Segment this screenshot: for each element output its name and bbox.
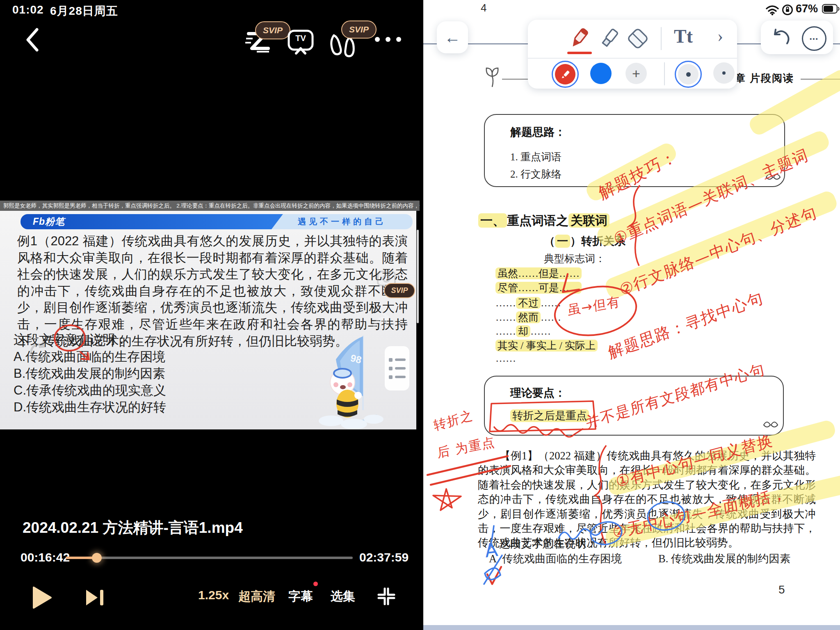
refresh-ghost-icon — [27, 340, 50, 363]
header-rule-left — [502, 79, 528, 80]
section-heading: 一、重点词语之关联词 — [478, 212, 609, 229]
color-red-selected-ring[interactable] — [552, 61, 579, 88]
markers-label: 典型标志词： — [544, 252, 605, 265]
toolbar-expand-icon[interactable]: › — [717, 26, 723, 46]
next-episode-button[interactable] — [84, 588, 106, 607]
box2-content: 转折之后是重点 — [510, 409, 589, 423]
example-prompt: 这段文字意在说明： — [499, 536, 597, 551]
box1-title: 解题思路： — [510, 125, 566, 139]
page-number-top: 4 — [481, 2, 486, 14]
tv-cast-icon[interactable]: TV — [287, 29, 314, 55]
more-options-icon[interactable]: ••• — [802, 26, 826, 51]
color-blue-dot[interactable] — [590, 63, 612, 84]
pen-tool-icon[interactable] — [566, 25, 592, 52]
fenbi-mascot: 98 — [314, 334, 384, 429]
list-row — [389, 375, 406, 379]
leaf-doodle-icon — [762, 419, 779, 430]
stroke-size-small[interactable] — [713, 62, 735, 84]
chapter-header: 章 片段阅读 — [735, 71, 794, 85]
heading-highlight: 一、 — [478, 213, 507, 228]
notes-back-button[interactable]: ← — [437, 21, 468, 53]
pencil-glyph-icon — [560, 69, 571, 80]
sub-pre: （ — [544, 235, 555, 247]
fenbi-banner-left: Fb粉笔 — [21, 214, 283, 229]
wifi-icon — [765, 5, 779, 16]
handwriting-blue-a: A — [484, 538, 500, 562]
pen-selected-underline — [567, 52, 592, 54]
episodes-button[interactable]: 选集 — [331, 588, 355, 605]
highlighter-tool-icon[interactable] — [596, 25, 622, 52]
example-option-b: B. 传统戏曲发展的制约因素 — [658, 551, 790, 566]
box1-item-1: 1. 重点词语 — [510, 150, 562, 164]
list-row — [389, 358, 406, 362]
box2-title: 理论要点： — [510, 386, 566, 400]
subtitles-button[interactable]: 字幕 — [288, 588, 313, 605]
slide-option-c: C.传承传统戏曲的现实意义 — [14, 382, 166, 399]
video-player-pane: 01:02 6月28日周五 SVIP TV — [0, 0, 423, 630]
text-tool-icon[interactable]: Tt — [674, 25, 693, 47]
chapter-list-button[interactable] — [385, 346, 409, 390]
sub-highlight: 一 — [555, 235, 570, 248]
status-date: 6月28日周五 — [50, 3, 118, 19]
toolbar-row-divider — [528, 58, 737, 59]
fenbi-slogan: 遇见不一样的自己 — [298, 216, 386, 227]
fenbi-banner: Fb粉笔 遇见不一样的自己 — [21, 214, 413, 229]
rotation-lock-icon — [782, 4, 793, 16]
slide-option-d: D.传统戏曲生存状况的好转 — [14, 399, 166, 416]
heading-highlight: 关联词 — [568, 213, 609, 228]
back-icon[interactable] — [23, 27, 42, 52]
battery-percent: 67% — [796, 2, 818, 15]
lecture-slide: Fb粉笔 遇见不一样的自己 例1（2022 福建）传统戏曲具有悠久的发展历史，并… — [0, 211, 416, 429]
notes-app-pane: 4 67% ← — [423, 0, 840, 630]
back-arrow-icon: ← — [444, 28, 461, 47]
svip-badge: SVIP — [255, 21, 290, 39]
video-title: 2024.02.21 方法精讲-言语1.mp4 — [23, 518, 243, 538]
app-bottom-strip — [423, 625, 840, 630]
stroke-size-large-ring[interactable] — [675, 61, 702, 88]
stroke-size-large[interactable] — [678, 64, 698, 84]
play-button[interactable] — [32, 586, 52, 609]
progress-track[interactable] — [66, 557, 353, 559]
list-row — [389, 367, 406, 370]
color-red-dot[interactable] — [555, 64, 575, 84]
marker-line: 其实 / 事实上 / 实际上 — [495, 339, 598, 352]
fenbi-banner-right: 遇见不一样的自己 — [272, 214, 413, 229]
marker-line: …… — [495, 353, 516, 364]
slide-option-b: B.传统戏曲发展的制约因素 — [14, 365, 165, 382]
svip-badge-inline: SVIP — [384, 283, 415, 298]
svip-badge: SVIP — [341, 21, 377, 39]
share-ghost-icon — [372, 311, 393, 330]
handwriting-circle-note: 虽→但有 — [567, 292, 621, 320]
undo-more-card: ••• — [761, 21, 833, 54]
toolbar-divider — [661, 27, 662, 50]
ipad-splitview: 01:02 6月28日周五 SVIP TV — [0, 0, 840, 630]
elapsed-time: 00:16:42 — [21, 550, 70, 564]
marker-line: 虽然……但是…… — [495, 267, 582, 280]
marker-line: ……不过…… — [495, 296, 561, 310]
teacher-note-strip: 郭熙是女老师，其实郭熙是男老师，相当于转折，重点强调转折之后。 2.理论要点：重… — [0, 201, 420, 211]
quality-button[interactable]: 超高清 — [238, 588, 275, 605]
subtitles-new-dot — [313, 582, 318, 586]
progress-thumb[interactable] — [92, 553, 102, 563]
toolbar-divider — [664, 62, 665, 85]
audio-mode-icon[interactable]: SVIP — [328, 21, 376, 57]
example-option-a: A. 传统戏曲面临的生存困境 — [489, 551, 622, 566]
marker-line: ……然而…… — [495, 310, 561, 324]
status-time: 01:02 — [12, 3, 44, 16]
undo-icon[interactable] — [772, 29, 790, 46]
heading-mid: 重点词语之 — [507, 214, 568, 227]
marker-line: 尽管……可是…… — [495, 281, 582, 294]
handwriting-idea: 解题思路：寻找中心句 — [606, 287, 765, 363]
fenbi-logo: Fb粉笔 — [21, 215, 65, 228]
tv-label: TV — [287, 34, 314, 43]
sprout-doodle-icon — [482, 64, 502, 89]
handwriting-margin-1: 转折之 — [432, 406, 475, 434]
box1-item-2: 2. 行文脉络 — [510, 167, 562, 181]
playback-speed-icon[interactable]: SVIP — [244, 21, 290, 54]
scrollbar[interactable] — [417, 230, 419, 323]
speed-button[interactable]: 1.25x — [198, 588, 229, 602]
eraser-tool-icon[interactable] — [625, 26, 650, 51]
exit-fullscreen-icon[interactable] — [377, 587, 396, 606]
add-color-button[interactable]: + — [625, 63, 647, 84]
more-menu-icon[interactable] — [372, 35, 404, 43]
